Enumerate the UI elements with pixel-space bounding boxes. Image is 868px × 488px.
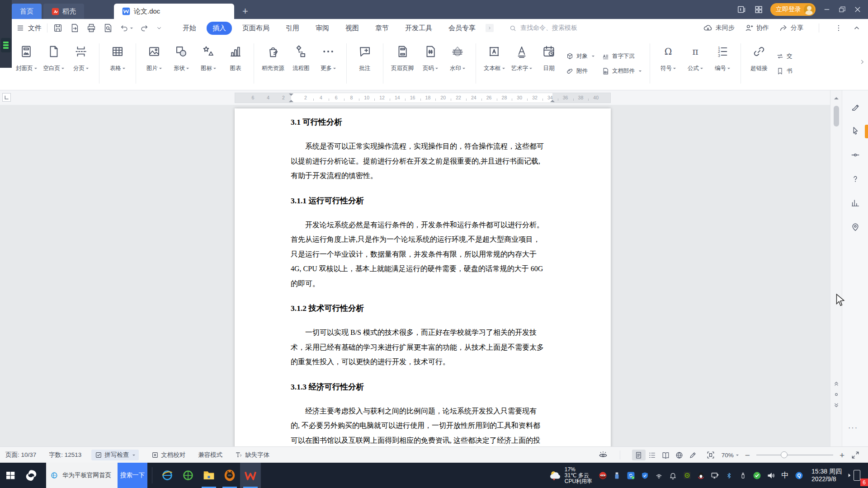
minimize-button[interactable] (823, 5, 831, 14)
menu-tab-2[interactable]: 页面布局 (236, 22, 275, 35)
view-ink-button[interactable] (686, 450, 700, 460)
ribbon-symbol-button[interactable]: Ω符号 (655, 37, 682, 90)
ribbon-watermark-button[interactable]: 水印 (444, 37, 471, 90)
taskbar-search-button[interactable]: 搜索一下 (118, 463, 147, 488)
ribbon-icon-star-button[interactable]: 图标 (195, 37, 222, 90)
zoom-slider-knob[interactable] (781, 451, 788, 458)
battery-widget-icon[interactable] (1, 38, 11, 52)
select-browse-object-button[interactable] (833, 391, 840, 398)
tray-nvidia-icon[interactable] (680, 463, 694, 488)
ribbon-date-button[interactable]: 日期 (535, 37, 562, 90)
ribbon-docer-button[interactable]: 稻壳资源 (259, 37, 288, 90)
ribbon-flowchart-button[interactable]: 流程图 (288, 37, 315, 90)
ribbon-cross-ref-button[interactable]: 交 (776, 52, 793, 60)
side-tool-chart-tool[interactable] (848, 196, 863, 210)
ribbon-more-button[interactable]: 更多 (315, 37, 342, 90)
taskbar-search-widget[interactable]: 华为平板官网首页 (46, 463, 118, 488)
notification-badge-area[interactable]: 6 (853, 463, 868, 488)
close-button[interactable] (854, 5, 862, 14)
ribbon-numbering-button[interactable]: 123编号 (709, 37, 736, 90)
tray-usb-drive-icon[interactable] (610, 463, 624, 488)
window-count-icon[interactable] (737, 5, 747, 14)
eye-protection-icon[interactable] (598, 450, 608, 460)
tray-sync-icon[interactable] (624, 463, 638, 488)
zoom-out-button[interactable]: − (745, 451, 750, 460)
side-tool-locate[interactable] (848, 220, 863, 234)
ribbon-cover-page-button[interactable]: 封面页 (13, 37, 40, 90)
compatibility-mode[interactable]: 兼容模式 (198, 451, 222, 459)
tray-q-browser-icon[interactable]: Q (792, 463, 806, 488)
zoom-level[interactable]: 70% (722, 452, 739, 459)
view-book-button[interactable] (659, 450, 673, 460)
tray-green-shield-icon[interactable] (750, 463, 764, 488)
tray-ninja-icon[interactable] (596, 463, 610, 488)
tray-bluetooth-icon[interactable] (722, 463, 736, 488)
previous-page-button[interactable] (833, 380, 840, 387)
side-more-button[interactable]: ··· (848, 424, 858, 432)
tray-ime-icon[interactable]: 中 (778, 463, 792, 488)
tray-display-plug-icon[interactable] (708, 463, 722, 488)
ribbon-picture-button[interactable]: 图片 (141, 37, 168, 90)
weather-widget[interactable]: 17% 31℃ 多云 CPU利用率 (548, 467, 592, 484)
file-menu-button[interactable]: 文件 (16, 24, 42, 33)
right-indent-marker[interactable] (550, 98, 555, 102)
redo-button[interactable] (140, 23, 149, 33)
undo-button[interactable] (120, 23, 133, 33)
view-outline-button[interactable] (646, 450, 659, 460)
new-tab-button[interactable]: + (242, 6, 248, 19)
scroll-up-arrow[interactable] (834, 95, 839, 99)
ribbon-word-art-button[interactable]: 艺术字 (508, 37, 536, 90)
tray-speaker-icon[interactable] (764, 463, 778, 488)
menu-tab-5[interactable]: 视图 (340, 22, 365, 35)
next-page-button[interactable] (833, 402, 840, 408)
save-button[interactable] (53, 23, 63, 33)
page-indicator[interactable]: 页面: 10/37 (5, 451, 36, 459)
taskbar-app-cat-app[interactable] (219, 463, 240, 488)
more-options-icon[interactable] (835, 24, 843, 32)
menu-overflow-chevron[interactable] (486, 24, 494, 32)
tab-stop-selector[interactable] (2, 93, 11, 102)
missing-font-button[interactable]: ?缺失字体 (235, 451, 269, 459)
ribbon-formula-button[interactable]: π公式 (682, 37, 709, 90)
side-tool-select[interactable] (848, 124, 863, 138)
ribbon-shapes-button[interactable]: 形状 (168, 37, 195, 90)
share-button[interactable]: 分享 (779, 23, 803, 33)
app-s-icon[interactable] (21, 463, 42, 488)
tray-signal-icon[interactable] (652, 463, 666, 488)
template-promo-strip[interactable] (865, 125, 868, 138)
ribbon-page-number-button[interactable]: 页码 (417, 37, 444, 90)
tab-home[interactable]: 首页 (12, 4, 42, 19)
hanging-indent-marker[interactable] (289, 98, 293, 102)
menu-tab-6[interactable]: 章节 (369, 22, 395, 35)
ribbon-blank-page-button[interactable]: 空白页 (40, 37, 68, 90)
app-grid-icon[interactable] (754, 5, 763, 14)
taskbar-app-explorer[interactable] (198, 463, 219, 488)
tab-document[interactable]: 论文.doc (114, 4, 234, 19)
word-count[interactable]: 字数: 12513 (49, 451, 81, 459)
side-tool-help[interactable] (848, 172, 863, 186)
sync-status[interactable]: 未同步 (703, 23, 735, 33)
menu-tab-7[interactable]: 开发工具 (399, 22, 438, 35)
preview-button[interactable] (103, 23, 113, 33)
spellcheck-toggle[interactable]: 拼写检查 (91, 450, 139, 460)
zoom-slider[interactable] (756, 455, 833, 455)
fit-page-icon[interactable] (706, 450, 715, 460)
view-page-button[interactable] (632, 450, 646, 460)
export-button[interactable] (70, 23, 80, 33)
taskbar-app-browser-360[interactable] (178, 463, 198, 488)
tray-expand-icon[interactable] (846, 472, 853, 479)
tray-qq-icon[interactable] (694, 463, 708, 488)
command-search[interactable]: 查找命令、搜索模板 (509, 24, 613, 32)
ribbon-clip-button[interactable]: 附件 (566, 67, 594, 75)
tray-usb-stick-icon[interactable] (736, 463, 750, 488)
ribbon-drop-cap-button[interactable]: 首字下沉 (602, 52, 642, 60)
tray-shield-icon[interactable] (638, 463, 652, 488)
ribbon-cube-button[interactable]: 对象 (566, 52, 594, 60)
menu-tab-0[interactable]: 开始 (177, 22, 202, 35)
print-button[interactable] (86, 23, 96, 33)
start-button[interactable] (0, 463, 21, 488)
menu-tab-3[interactable]: 引用 (280, 22, 305, 35)
document-page[interactable]: 3.1 可行性分析系统是否可以正常实现操作流程，实现操作目的，符合操作流程，这些… (235, 108, 611, 446)
side-tool-highlighter[interactable] (848, 148, 863, 162)
menu-tab-8[interactable]: 会员专享 (443, 22, 481, 35)
